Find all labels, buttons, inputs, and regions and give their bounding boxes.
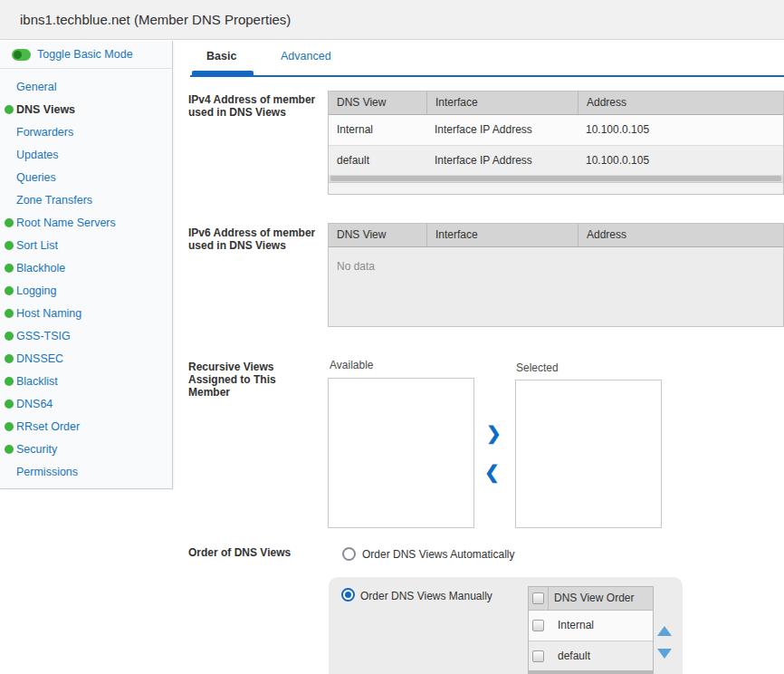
order-row-default[interactable]: default: [529, 640, 653, 670]
sidebar-item-label: DNS64: [16, 398, 53, 410]
column-header-address[interactable]: Address: [578, 91, 783, 114]
column-header-interface[interactable]: Interface: [426, 224, 578, 246]
titlebar: ibns1.techblue.net (Member DNS Propertie…: [0, 0, 784, 40]
sidebar-item-queries[interactable]: Queries: [0, 167, 172, 189]
sidebar-item-gss-tsig[interactable]: GSS-TSIG: [0, 325, 172, 348]
column-header-dns-view[interactable]: DNS View: [329, 91, 426, 114]
sidebar-item-label: Sort List: [16, 239, 58, 252]
sidebar-item-blackhole[interactable]: Blackhole: [0, 257, 172, 280]
green-dot-icon: [5, 105, 14, 114]
sidebar-item-logging[interactable]: Logging: [0, 280, 172, 303]
green-dot-icon: [5, 422, 14, 431]
order-row-internal[interactable]: Internal: [529, 611, 653, 640]
cell-dns-view: default: [329, 146, 426, 175]
sidebar-item-label: Permissions: [16, 466, 78, 478]
sidebar-item-rrset-order[interactable]: RRset Order: [0, 416, 172, 438]
green-dot-icon: [5, 445, 14, 454]
dns-view-order-header: DNS View Order: [529, 587, 653, 611]
order-row-label: default: [549, 641, 590, 670]
ipv4-section-label: IPv4 Address of member used in DNS Views: [188, 93, 326, 119]
ipv6-empty-message: No data: [329, 247, 783, 326]
sidebar-item-general[interactable]: General: [0, 76, 172, 99]
select-all-checkbox[interactable]: [532, 592, 544, 604]
order-auto-radio[interactable]: [342, 547, 356, 561]
row-checkbox[interactable]: [532, 620, 544, 631]
sidebar-item-zone-transfers[interactable]: Zone Transfers: [0, 189, 172, 212]
sidebar-item-label: Blacklist: [16, 375, 58, 388]
available-listbox[interactable]: [328, 378, 474, 528]
sidebar-item-dnssec[interactable]: DNSSEC: [0, 348, 172, 371]
dns-view-order-table: DNS View Order Internal default: [528, 586, 654, 674]
tab-basic[interactable]: Basic: [206, 50, 236, 63]
sidebar-item-host-naming[interactable]: Host Naming: [0, 303, 172, 325]
sidebar-item-label: Root Name Servers: [16, 217, 116, 229]
ipv4-table-row[interactable]: default Interface IP Address 10.100.0.10…: [329, 145, 783, 175]
sidebar-item-label: Blackhole: [16, 262, 65, 274]
selected-listbox[interactable]: [515, 380, 662, 528]
tab-advanced[interactable]: Advanced: [281, 50, 331, 63]
sidebar-item-updates[interactable]: Updates: [0, 144, 172, 167]
sidebar-item-label: Host Naming: [16, 307, 81, 320]
move-right-button[interactable]: ❯: [486, 424, 502, 442]
sidebar-item-label: GSS-TSIG: [16, 330, 71, 342]
move-up-button[interactable]: [657, 626, 672, 636]
sidebar-item-label: DNS Views: [16, 103, 75, 116]
sidebar-item-label: Zone Transfers: [16, 194, 92, 207]
order-manual-radio[interactable]: [341, 588, 355, 602]
select-all-cell: [529, 587, 549, 610]
row-checkbox[interactable]: [532, 650, 544, 662]
sidebar-item-label: Logging: [16, 284, 57, 297]
column-header-address[interactable]: Address: [578, 224, 783, 246]
ipv4-table-footer: [329, 182, 783, 194]
order-section-label: Order of DNS Views: [188, 546, 326, 559]
ipv6-table: DNS View Interface Address No data: [328, 223, 784, 327]
column-header-dns-view[interactable]: DNS View: [329, 224, 426, 246]
selected-label: Selected: [516, 361, 559, 374]
ipv6-section-label: IPv6 Address of member used in DNS Views: [188, 226, 326, 252]
sidebar-item-label: RRset Order: [16, 420, 80, 433]
cell-interface: Interface IP Address: [426, 115, 578, 145]
ipv4-table-row[interactable]: Internal Interface IP Address 10.100.0.1…: [329, 115, 783, 145]
sidebar-item-sort-list[interactable]: Sort List: [0, 235, 172, 257]
green-dot-icon: [5, 286, 14, 295]
sidebar-item-label: Queries: [16, 171, 56, 184]
sidebar-nav: General DNS Views Forwarders Updates Que…: [0, 69, 172, 484]
sidebar-item-dns64[interactable]: DNS64: [0, 393, 172, 416]
toggle-basic-mode-button[interactable]: Toggle Basic Mode: [0, 41, 172, 69]
scrollbar-thumb[interactable]: [330, 176, 781, 181]
column-header-interface[interactable]: Interface: [426, 91, 578, 114]
horizontal-scrollbar: [329, 175, 783, 182]
ipv4-table-header: DNS View Interface Address: [329, 91, 783, 115]
ipv4-table: DNS View Interface Address Internal Inte…: [328, 91, 784, 195]
sidebar-item-permissions[interactable]: Permissions: [0, 461, 172, 484]
green-dot-icon: [5, 309, 14, 318]
cell-interface: Interface IP Address: [426, 146, 578, 175]
sidebar: Toggle Basic Mode General DNS Views Forw…: [0, 41, 173, 489]
move-down-button[interactable]: [657, 649, 672, 659]
dns-view-order-title: DNS View Order: [549, 587, 634, 610]
cell-address: 10.100.0.105: [578, 115, 783, 145]
order-manual-label[interactable]: Order DNS Views Manually: [360, 590, 492, 602]
recursive-views-label: Recursive Views Assigned to This Member: [188, 361, 297, 399]
ipv6-table-header: DNS View Interface Address: [329, 224, 783, 247]
cell-dns-view: Internal: [329, 115, 426, 145]
row-checkbox-cell: [529, 611, 549, 640]
sidebar-item-security[interactable]: Security: [0, 438, 172, 461]
active-tab-indicator: [192, 71, 253, 77]
order-table-scrollbar[interactable]: [529, 670, 653, 674]
sidebar-item-dns-views[interactable]: DNS Views: [0, 99, 172, 121]
green-dot-icon: [5, 332, 14, 341]
sidebar-item-forwarders[interactable]: Forwarders: [0, 121, 172, 144]
sidebar-item-label: General: [16, 81, 56, 93]
green-dot-icon: [5, 377, 14, 386]
green-dot-icon: [5, 400, 14, 409]
order-row-label: Internal: [549, 611, 594, 640]
green-dot-icon: [5, 264, 14, 273]
order-auto-label[interactable]: Order DNS Views Automatically: [362, 548, 515, 561]
green-dot-icon: [5, 218, 14, 227]
sidebar-item-label: Forwarders: [16, 126, 73, 139]
sidebar-item-root-name-servers[interactable]: Root Name Servers: [0, 212, 172, 235]
sidebar-item-blacklist[interactable]: Blacklist: [0, 371, 172, 393]
tab-underline: [190, 75, 784, 77]
move-left-button[interactable]: ❮: [484, 463, 500, 481]
